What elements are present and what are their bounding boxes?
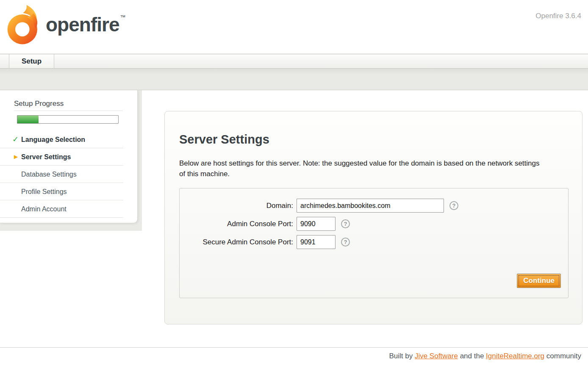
tab-setup[interactable]: Setup — [9, 54, 54, 68]
jive-software-link[interactable]: Jive Software — [415, 352, 458, 360]
step-language-selection: ✓ Language Selection — [0, 131, 123, 148]
header: openfire™ Openfire 3.6.4 — [0, 0, 588, 54]
server-settings-form: Domain: ? Admin Console Port: ? Secure A… — [179, 188, 569, 298]
admin-port-input[interactable] — [297, 217, 336, 231]
step-label: Language Selection — [21, 136, 85, 143]
openfire-logo: openfire™ — [7, 3, 125, 46]
secure-port-row: Secure Admin Console Port: ? — [180, 235, 568, 249]
step-label: Server Settings — [21, 153, 71, 161]
admin-port-help-icon[interactable]: ? — [341, 219, 350, 228]
setup-steps-list: ✓ Language Selection ▶ Server Settings D… — [0, 131, 137, 218]
main-panel: Server Settings Below are host settings … — [164, 111, 582, 324]
brand-name: openfire — [46, 13, 119, 36]
step-database-settings: Database Settings — [0, 166, 123, 183]
footer: Built by Jive Software and the IgniteRea… — [0, 347, 588, 360]
footer-prefix: Built by — [389, 352, 414, 360]
setup-progress-panel: Setup Progress ✓ Language Selection ▶ Se… — [0, 90, 138, 223]
admin-port-label: Admin Console Port: — [180, 220, 297, 228]
secure-port-label: Secure Admin Console Port: — [180, 238, 297, 246]
domain-row: Domain: ? — [180, 199, 568, 213]
tab-bar: Setup — [0, 54, 588, 69]
igniterealtime-link[interactable]: IgniteRealtime.org — [486, 352, 544, 360]
current-step-arrow-icon: ▶ — [14, 148, 18, 166]
version-label: Openfire 3.6.4 — [535, 12, 581, 20]
setup-progress-title: Setup Progress — [14, 100, 123, 111]
footer-credits: Built by Jive Software and the IgniteRea… — [0, 352, 588, 360]
check-icon: ✓ — [12, 131, 19, 148]
domain-help-icon[interactable]: ? — [449, 201, 458, 210]
step-label: Admin Account — [21, 205, 67, 213]
domain-input[interactable] — [297, 199, 444, 213]
progress-bar — [17, 115, 119, 124]
page-description: Below are host settings for this server.… — [179, 158, 544, 179]
step-server-settings: ▶ Server Settings — [0, 148, 123, 166]
footer-middle: and the — [458, 352, 486, 360]
openfire-flame-icon — [7, 3, 41, 46]
sub-nav-bar — [0, 69, 588, 90]
secure-port-help-icon[interactable]: ? — [341, 238, 350, 246]
step-profile-settings: Profile Settings — [0, 183, 123, 200]
page-title: Server Settings — [179, 133, 269, 147]
continue-button[interactable]: Continue — [517, 274, 561, 288]
secure-port-input[interactable] — [297, 235, 336, 249]
domain-label: Domain: — [180, 202, 297, 210]
step-label: Profile Settings — [21, 188, 67, 195]
footer-suffix: community — [544, 352, 581, 360]
step-admin-account: Admin Account — [0, 200, 123, 218]
admin-port-row: Admin Console Port: ? — [180, 217, 568, 231]
page: openfire™ Openfire 3.6.4 Setup Setup Pro… — [0, 0, 588, 371]
progress-fill — [17, 116, 39, 123]
trademark: ™ — [120, 14, 125, 20]
step-label: Database Settings — [21, 171, 77, 178]
